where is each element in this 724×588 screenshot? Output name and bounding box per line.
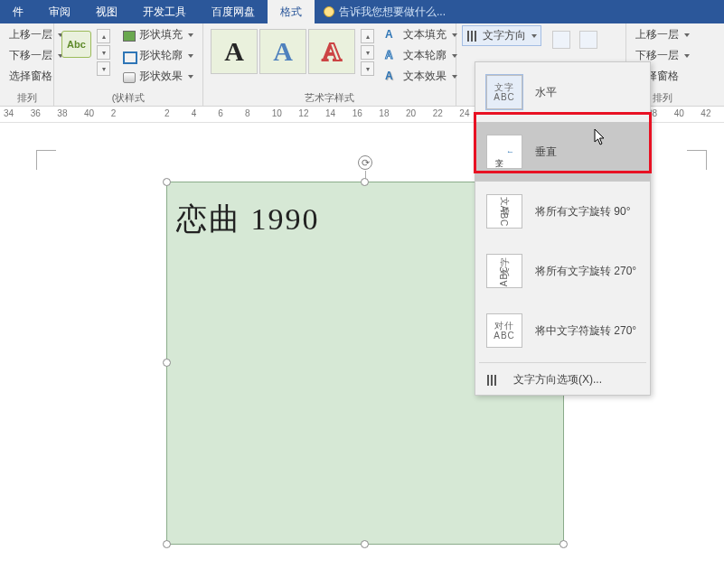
resize-handle-t[interactable] (361, 178, 369, 186)
ruler-tick: 2 (111, 108, 117, 118)
resize-handle-bl[interactable] (163, 540, 171, 548)
text-direction-rotate-90[interactable]: 文字ABC 将所有文字旋转 90° (475, 182, 650, 241)
text-direction-horizontal[interactable]: 文字ABC 水平 (475, 62, 650, 122)
ruler-tick: 12 (298, 108, 308, 118)
text-direction-options-icon (486, 374, 501, 387)
menu-separator (479, 362, 646, 363)
text-direction-vertical[interactable]: 文字↓ 垂直 (475, 122, 650, 182)
text-effects-button[interactable]: A文本效果 (381, 67, 461, 86)
shape-effects-icon (121, 70, 136, 83)
ruler-tick: 14 (325, 108, 335, 118)
tab-review[interactable]: 审阅 (36, 0, 83, 23)
ruler-tick: 40 (84, 108, 94, 118)
ribbon-tab-bar: 件 审阅 视图 开发工具 百度网盘 格式 告诉我您想要做什么... (0, 0, 724, 23)
vertical-icon: 文字↓ (486, 135, 522, 169)
ruler-tick: 36 (31, 108, 41, 118)
ruler-tick: 18 (379, 108, 389, 118)
resize-handle-l[interactable] (163, 359, 171, 367)
ruler-tick: 42 (700, 108, 710, 118)
cjk-rotate-270-icon: 对什ABC (486, 313, 522, 348)
ruler-tick: 24 (459, 108, 469, 118)
ruler-tick: 4 (192, 108, 197, 118)
bring-forward-button-2[interactable]: 上移一层 (632, 25, 693, 44)
text-direction-cjk-rotate-270[interactable]: 对什ABC 将中文字符旋转 270° (475, 301, 650, 360)
shape-outline-icon (121, 50, 136, 62)
tab-jian[interactable]: 件 (0, 0, 36, 23)
ruler-tick: 22 (433, 108, 443, 118)
text-outline-button[interactable]: A文本轮廓 (381, 46, 461, 65)
shape-style-gallery-scroll[interactable]: ▴▾▾ (97, 29, 110, 76)
ruler-tick: 20 (406, 108, 416, 118)
menu-label: 将所有文字旋转 90° (535, 204, 630, 219)
ruler-tick: 10 (272, 108, 282, 118)
ruler-tick: 34 (4, 108, 14, 118)
menu-label: 将中文字符旋转 270° (535, 323, 636, 339)
shape-text-content[interactable]: 恋曲 1990 (176, 199, 320, 240)
menu-label: 将所有文字旋转 270° (535, 264, 636, 279)
text-outline-icon: A (385, 50, 400, 62)
text-effects-icon: A (385, 70, 400, 83)
resize-handle-tl[interactable] (163, 178, 171, 186)
wordart-gallery: A A A (209, 25, 357, 78)
ruler-tick: 40 (674, 108, 684, 118)
shape-effects-button[interactable]: 形状效果 (118, 67, 197, 86)
menu-label: 水平 (535, 85, 557, 100)
lightbulb-icon (324, 6, 334, 17)
rotate-handle[interactable]: ⟳ (358, 155, 372, 170)
position-icon[interactable] (552, 31, 570, 49)
tab-view[interactable]: 视图 (83, 0, 130, 23)
page-corner-top-right (687, 150, 707, 170)
wordart-gallery-scroll[interactable]: ▴▾▾ (361, 29, 374, 76)
wordart-preset-3[interactable]: A (308, 29, 355, 74)
page-corner-top-left (36, 150, 56, 170)
ruler-tick: 38 (57, 108, 67, 118)
ribbon: 上移一层 下移一层 选择窗格 排列 Abc ▴▾▾ 形状填充 形状轮廓 形状效果… (0, 23, 724, 107)
resize-handle-b[interactable] (361, 540, 369, 548)
menu-label: 垂直 (535, 145, 557, 160)
text-fill-button[interactable]: A文本填充 (381, 25, 461, 44)
horizontal-icon: 文字ABC (486, 75, 522, 109)
shape-style-preset[interactable]: Abc (61, 31, 91, 58)
wordart-preset-1[interactable]: A (211, 29, 258, 74)
tab-baidu-netdisk[interactable]: 百度网盘 (199, 0, 268, 23)
ruler-tick: 2 (165, 108, 170, 118)
tell-me-placeholder: 告诉我您想要做什么... (339, 5, 446, 20)
ruler-tick: 6 (218, 108, 223, 118)
text-fill-icon: A (385, 29, 400, 42)
text-direction-button[interactable]: 文字方向 (462, 25, 541, 46)
ruler-tick: 16 (353, 108, 362, 118)
wrap-text-icon[interactable] (579, 31, 597, 49)
resize-handle-br[interactable] (559, 540, 568, 548)
shape-fill-icon (121, 29, 136, 42)
group-label-wordart-styles: 艺术字样式 (209, 89, 450, 105)
tab-format[interactable]: 格式 (268, 0, 315, 23)
group-label-shape-styles: (状样式 (60, 89, 197, 105)
text-direction-rotate-270[interactable]: 文字ABC 将所有文字旋转 270° (475, 241, 650, 301)
tell-me-search[interactable]: 告诉我您想要做什么... (315, 0, 455, 23)
shape-fill-button[interactable]: 形状填充 (118, 25, 197, 44)
text-direction-menu: 文字ABC 水平 文字↓ 垂直 文字ABC 将所有文字旋转 90° 文字ABC … (475, 61, 651, 396)
shape-outline-button[interactable]: 形状轮廓 (118, 46, 197, 65)
text-direction-icon (466, 30, 479, 42)
text-direction-options[interactable]: 文字方向选项(X)... (475, 365, 650, 395)
rotate-90-icon: 文字ABC (486, 194, 522, 229)
wordart-preset-2[interactable]: A (259, 29, 306, 74)
tab-developer[interactable]: 开发工具 (130, 0, 199, 23)
ruler-tick: 8 (245, 108, 250, 118)
menu-label: 文字方向选项(X)... (513, 372, 602, 387)
group-label-arrange-left: 排列 (5, 89, 48, 105)
rotate-270-icon: 文字ABC (486, 254, 522, 288)
